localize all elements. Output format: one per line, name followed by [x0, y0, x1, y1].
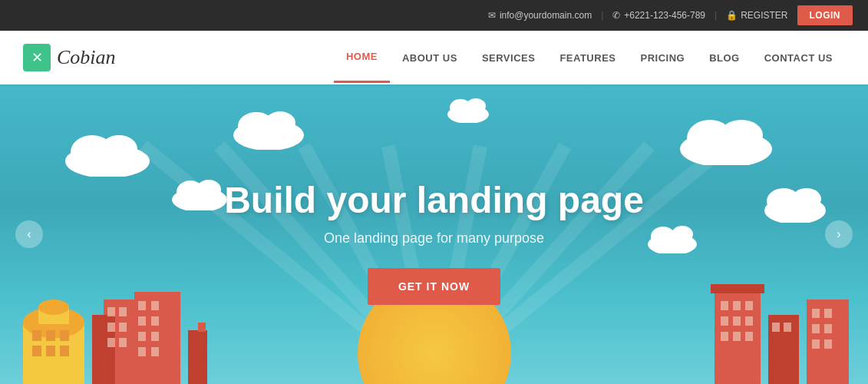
register-link[interactable]: 🔒 REGISTER [726, 10, 787, 21]
phone-icon: ✆ [612, 10, 620, 21]
svg-rect-67 [745, 316, 753, 326]
svg-point-16 [196, 180, 221, 200]
svg-rect-42 [107, 307, 115, 316]
hero-next-arrow[interactable]: › [825, 220, 853, 248]
svg-rect-38 [60, 346, 69, 356]
nav-item-about[interactable]: ABOUT US [390, 34, 470, 82]
cloud-1 [61, 131, 153, 177]
svg-rect-37 [46, 346, 55, 356]
nav-link-home[interactable]: HOME [334, 32, 390, 83]
svg-rect-75 [812, 339, 820, 349]
svg-rect-64 [745, 301, 753, 310]
svg-rect-52 [138, 332, 146, 341]
svg-rect-35 [60, 330, 69, 341]
email-icon: ✉ [488, 10, 496, 21]
svg-rect-74 [824, 324, 832, 333]
hero-subtitle: One landing page for many purpose [324, 230, 544, 247]
phone-item: ✆ +6221-123-456-789 [612, 10, 705, 21]
svg-rect-54 [138, 347, 146, 356]
svg-rect-36 [32, 346, 41, 356]
cloud-4 [676, 115, 776, 165]
svg-rect-77 [772, 323, 780, 332]
svg-rect-70 [745, 332, 753, 341]
svg-rect-69 [733, 332, 741, 341]
nav-item-features[interactable]: FEATURES [547, 34, 628, 82]
svg-rect-53 [151, 332, 159, 341]
svg-point-32 [38, 300, 69, 315]
nav-links: HOME ABOUT US SERVICES FEATURES PRICING … [334, 32, 845, 83]
nav-link-pricing[interactable]: PRICING [629, 34, 698, 82]
buildings-right [699, 246, 868, 384]
nav-item-pricing[interactable]: PRICING [629, 34, 698, 82]
svg-rect-46 [107, 338, 115, 347]
register-label: REGISTER [741, 10, 787, 21]
divider-2: | [715, 10, 717, 21]
svg-rect-51 [151, 316, 159, 326]
cloud-2 [230, 108, 307, 150]
svg-point-28 [466, 98, 486, 114]
cloud-5 [761, 184, 830, 223]
svg-rect-71 [812, 309, 820, 318]
logo-link[interactable]: ✕ Cobian [23, 44, 116, 71]
svg-point-10 [101, 135, 137, 163]
cloud-6 [645, 223, 699, 253]
svg-point-24 [651, 227, 675, 247]
svg-rect-47 [119, 338, 127, 347]
buildings-left [0, 253, 292, 384]
email-item: ✉ info@yourdomain.com [488, 10, 592, 21]
svg-rect-57 [198, 323, 206, 332]
svg-point-19 [720, 120, 763, 151]
svg-rect-49 [151, 301, 159, 310]
svg-rect-68 [721, 332, 728, 341]
svg-rect-66 [733, 316, 741, 326]
nav-link-services[interactable]: SERVICES [470, 34, 548, 82]
svg-rect-33 [32, 330, 41, 341]
nav-item-blog[interactable]: BLOG [697, 34, 752, 82]
phone-text: +6221-123-456-789 [624, 10, 705, 21]
svg-rect-78 [784, 323, 791, 332]
svg-rect-43 [119, 307, 127, 316]
svg-rect-45 [119, 323, 127, 332]
divider-1: | [601, 10, 603, 21]
email-text: info@yourdomain.com [500, 10, 592, 21]
navbar: ✕ Cobian HOME ABOUT US SERVICES FEATURES… [0, 31, 868, 84]
login-button[interactable]: LOGIN [797, 5, 853, 25]
logo-icon: ✕ [23, 44, 51, 71]
hero-section: ‹ Build your landing page One landing pa… [0, 84, 868, 384]
svg-rect-72 [824, 309, 832, 318]
nav-item-home[interactable]: HOME [334, 32, 390, 83]
top-bar: ✉ info@yourdomain.com | ✆ +6221-123-456-… [0, 0, 868, 31]
svg-rect-76 [824, 339, 832, 349]
nav-link-about[interactable]: ABOUT US [390, 34, 470, 82]
svg-rect-62 [721, 301, 728, 310]
svg-rect-59 [711, 284, 764, 293]
cta-button[interactable]: GET IT NOW [368, 268, 500, 305]
cloud-3 [169, 177, 230, 210]
svg-point-25 [672, 226, 693, 243]
svg-rect-73 [812, 324, 820, 333]
cloud-7 [445, 96, 491, 123]
hero-prev-arrow[interactable]: ‹ [15, 220, 43, 248]
svg-rect-65 [721, 316, 728, 326]
nav-link-contact[interactable]: CONTACT US [752, 34, 845, 82]
nav-item-contact[interactable]: CONTACT US [752, 34, 845, 82]
nav-link-features[interactable]: FEATURES [547, 34, 628, 82]
logo-text: Cobian [57, 46, 116, 69]
svg-point-22 [792, 188, 821, 210]
nav-link-blog[interactable]: BLOG [697, 34, 752, 82]
svg-rect-44 [107, 323, 115, 332]
svg-rect-34 [46, 330, 55, 341]
nav-item-services[interactable]: SERVICES [470, 34, 548, 82]
lock-icon: 🔒 [726, 10, 738, 21]
svg-rect-63 [733, 301, 741, 310]
hero-title: Build your landing page [224, 179, 644, 221]
svg-rect-56 [188, 330, 207, 384]
svg-rect-50 [138, 316, 146, 326]
svg-point-13 [265, 111, 295, 134]
svg-rect-48 [138, 301, 146, 310]
svg-rect-55 [151, 347, 159, 356]
